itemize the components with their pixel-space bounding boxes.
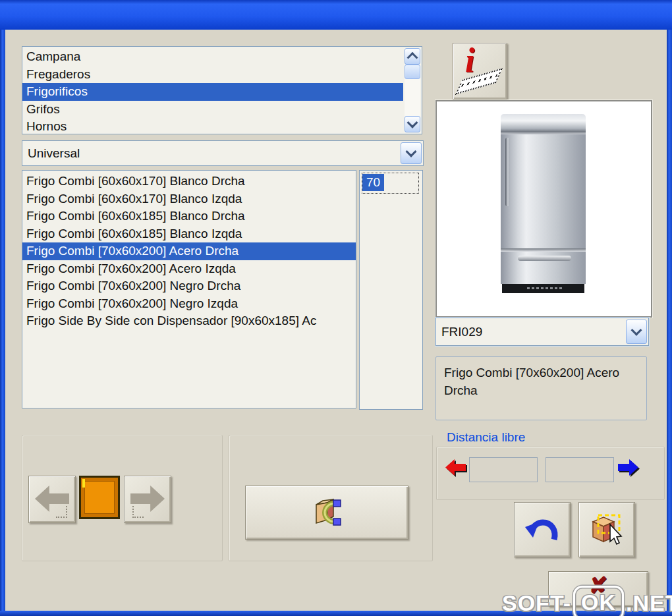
product-list-item[interactable]: Frigo Combi [70x60x200] Acero Izqda <box>22 260 356 278</box>
refrigerator-image <box>501 114 586 293</box>
width-value: 70 <box>362 174 384 191</box>
category-list-item[interactable]: Campana <box>22 48 403 66</box>
distancia-libre-label: Distancia libre <box>447 430 525 445</box>
window-border-right <box>667 30 672 616</box>
product-list-item[interactable]: Frigo Combi [60x60x185] Blanco Drcha <box>22 208 356 225</box>
product-list-item[interactable]: Frigo Combi [60x60x170] Blanco Drcha <box>22 173 356 190</box>
model-combobox-value: FRI029 <box>441 318 482 345</box>
watermark-prefix: SOFT- <box>502 590 571 616</box>
product-list-item[interactable]: Frigo Combi [70x60x200] Acero Drcha <box>22 242 356 260</box>
watermark-ok-badge: OK <box>573 586 624 616</box>
chevron-down-icon <box>407 117 418 128</box>
category-listbox: CampanaFregaderosFrigorificosGrifosHorno… <box>22 46 422 134</box>
width-list-item[interactable]: 70 <box>362 173 419 194</box>
product-list-item[interactable]: Frigo Combi [70x60x200] Negro Drcha <box>22 277 356 295</box>
category-list-item[interactable]: Hornos <box>22 118 403 136</box>
scroll-thumb[interactable] <box>405 65 420 79</box>
dotted-trail-icon <box>132 506 144 518</box>
category-list-item[interactable]: Grifos <box>22 101 403 119</box>
category-scrollbar[interactable] <box>405 48 420 132</box>
fridge-base <box>502 284 584 293</box>
fridge-drawer-handle <box>518 256 571 261</box>
magnet-box-icon <box>246 486 408 539</box>
category-list-item[interactable]: Frigorificos <box>22 83 403 101</box>
model-combobox-arrow-button[interactable] <box>626 320 647 344</box>
info-icon: i <box>465 41 474 80</box>
cube-cursor-icon <box>579 503 634 557</box>
product-preview-panel <box>435 100 652 318</box>
snap-magnet-button[interactable] <box>245 486 408 540</box>
soft-ok-net-watermark: SOFT- OK .NET <box>502 586 672 616</box>
red-left-arrow-icon <box>445 459 466 476</box>
undo-arrow-icon <box>515 503 570 557</box>
orange-swatch <box>84 481 115 514</box>
swatch-highlight <box>82 479 85 488</box>
brand-combobox-value: Universal <box>28 141 80 165</box>
brand-combobox-arrow-button[interactable] <box>401 142 422 164</box>
chevron-down-icon <box>406 146 417 157</box>
title-bar[interactable] <box>0 0 672 30</box>
previous-item-button[interactable] <box>28 476 76 523</box>
undo-button[interactable] <box>514 502 571 557</box>
info-measure-button[interactable]: i <box>453 43 507 99</box>
category-list-item[interactable]: Fregaderos <box>22 66 403 84</box>
product-listbox: Frigo Combi [60x60x170] Blanco DrchaFrig… <box>22 170 356 408</box>
dotted-trail-icon <box>56 506 67 518</box>
product-description: Frigo Combi [70x60x200] Acero Drcha <box>435 356 647 420</box>
place-object-button[interactable] <box>578 502 635 557</box>
watermark-suffix: .NET <box>626 590 672 616</box>
window-border-left <box>0 30 5 616</box>
distancia-left-input[interactable] <box>469 457 538 482</box>
ruler-icon <box>455 68 503 94</box>
product-list-item[interactable]: Frigo Combi [60x60x170] Blanco Izqda <box>22 190 356 208</box>
product-list-item[interactable]: Frigo Side By Side con Dispensador [90x6… <box>22 312 356 330</box>
fridge-top-cap <box>501 114 586 131</box>
fridge-freezer-drawer <box>501 252 586 284</box>
blue-right-arrow-icon <box>618 459 638 476</box>
distancia-right-input[interactable] <box>546 457 614 482</box>
chevron-up-icon <box>407 51 418 63</box>
width-listbox: 70 <box>359 170 423 410</box>
scroll-up-button[interactable] <box>405 48 420 65</box>
dialog-body: CampanaFregaderosFrigorificosGrifosHorno… <box>5 30 667 611</box>
product-list-item[interactable]: Frigo Combi [70x60x200] Negro Izqda <box>22 295 356 313</box>
fridge-door <box>501 134 586 248</box>
product-list-item[interactable]: Frigo Combi [60x60x185] Blanco Izqda <box>22 225 356 243</box>
next-item-button[interactable] <box>124 476 171 523</box>
color-swatch-button[interactable] <box>79 476 120 519</box>
chevron-down-icon <box>631 324 642 335</box>
scroll-down-button[interactable] <box>405 116 420 132</box>
fridge-handle <box>505 138 509 206</box>
brand-combobox[interactable]: Universal <box>22 140 424 166</box>
model-combobox[interactable]: FRI029 <box>435 318 649 346</box>
